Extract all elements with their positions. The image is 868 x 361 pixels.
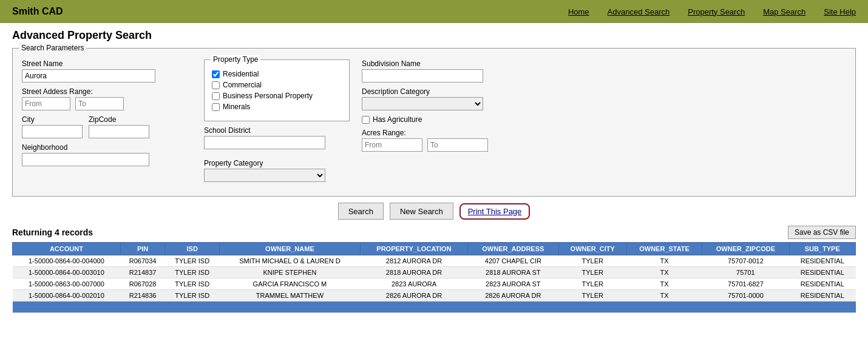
- address-to-input[interactable]: [75, 97, 124, 110]
- business-personal-label: Business Personal Property: [223, 92, 313, 100]
- col-account: ACCOUNT: [13, 243, 121, 255]
- subdivision-name-input[interactable]: [362, 69, 483, 83]
- site-title: Smith CAD: [12, 6, 63, 17]
- results-section: Returning 4 records Save as CSV file ACC…: [12, 226, 856, 313]
- zip-field: ZipCode: [89, 115, 149, 138]
- zip-input[interactable]: [89, 125, 149, 138]
- buttons-row: Search New Search Print This Page: [12, 203, 856, 220]
- table-row-empty: [13, 302, 856, 313]
- has-agriculture-group: Has Agriculture: [362, 115, 846, 124]
- right-col: Subdivision Name Description Category Ha…: [362, 59, 846, 187]
- middle-col: Property Type Residential Commercial: [204, 59, 350, 187]
- acres-range-row: [362, 138, 846, 152]
- main-content: Advanced Property Search Search Paramete…: [0, 23, 868, 319]
- city-input[interactable]: [22, 125, 83, 138]
- address-from-input[interactable]: [22, 97, 70, 110]
- table-header-row: ACCOUNT PIN ISD OWNER_NAME PROPERTY_LOCA…: [13, 243, 856, 255]
- business-personal-checkbox[interactable]: [212, 92, 220, 100]
- search-params-legend: Search Parameters: [19, 44, 86, 52]
- table-row[interactable]: 1-50000-0863-00-007000R067028TYLER ISDGA…: [13, 278, 856, 290]
- site-help-link[interactable]: Site Help: [824, 7, 856, 16]
- col-owner-state: OWNER_STATE: [626, 243, 702, 255]
- residential-label: Residential: [223, 70, 259, 78]
- address-range-label: Street Addess Range:: [22, 87, 192, 96]
- has-agriculture-label: Has Agriculture: [373, 115, 422, 124]
- street-name-input[interactable]: [22, 69, 155, 83]
- property-type-legend: Property Type: [211, 55, 260, 64]
- col-owner-zipcode: OWNER_ZIPCODE: [702, 243, 789, 255]
- property-category-label: Property Category: [204, 159, 350, 167]
- col-isd: ISD: [165, 243, 220, 255]
- acres-range-label: Acres Range:: [362, 129, 846, 137]
- subdivision-name-group: Subdivision Name: [362, 59, 846, 83]
- col-owner-name: OWNER_NAME: [219, 243, 360, 255]
- city-zip-row: City ZipCode: [22, 115, 192, 138]
- residential-checkbox[interactable]: [212, 70, 220, 78]
- property-search-link[interactable]: Property Search: [688, 7, 745, 16]
- search-button[interactable]: Search: [338, 203, 384, 220]
- subdivision-name-label: Subdivision Name: [362, 59, 846, 68]
- print-btn-wrapper: Print This Page: [459, 203, 531, 220]
- street-name-group: Street Name: [22, 59, 192, 83]
- table-row[interactable]: 1-50000-0864-00-002010R214836TYLER ISDTR…: [13, 290, 856, 302]
- results-count: Returning 4 records: [12, 228, 93, 237]
- description-category-label: Description Category: [362, 87, 846, 96]
- search-grid: Street Name Street Addess Range: City: [22, 59, 846, 187]
- col-pin: PIN: [120, 243, 165, 255]
- table-row[interactable]: 1-50000-0864-00-004000R067034TYLER ISDSM…: [13, 255, 856, 267]
- col-owner-city: OWNER_CITY: [558, 243, 626, 255]
- new-search-button[interactable]: New Search: [390, 203, 453, 220]
- neighborhood-input[interactable]: [22, 153, 149, 166]
- school-district-input[interactable]: [204, 136, 325, 149]
- col-property-location: PROPERTY_LOCATION: [360, 243, 467, 255]
- acres-range-group: Acres Range:: [362, 129, 846, 152]
- minerals-checkbox-row: Minerals: [212, 103, 342, 111]
- property-category-group: Property Category: [204, 159, 350, 182]
- left-col: Street Name Street Addess Range: City: [22, 59, 192, 187]
- save-csv-button[interactable]: Save as CSV file: [788, 226, 856, 239]
- city-field: City: [22, 115, 83, 138]
- school-district-group: School District: [204, 126, 350, 149]
- description-category-select[interactable]: [362, 97, 483, 110]
- zip-label: ZipCode: [89, 115, 149, 124]
- col-sub-type: SUB_TYPE: [789, 243, 855, 255]
- minerals-checkbox[interactable]: [212, 103, 220, 111]
- city-zip-group: City ZipCode: [22, 115, 192, 138]
- commercial-label: Commercial: [223, 81, 262, 89]
- address-range-row: [22, 97, 192, 110]
- home-link[interactable]: Home: [568, 7, 589, 16]
- results-header: Returning 4 records Save as CSV file: [12, 226, 856, 239]
- page-title: Advanced Property Search: [12, 29, 856, 42]
- property-category-select[interactable]: [204, 169, 325, 182]
- main-nav: Home Advanced Search Property Search Map…: [568, 7, 856, 16]
- description-category-group: Description Category: [362, 87, 846, 110]
- results-table: ACCOUNT PIN ISD OWNER_NAME PROPERTY_LOCA…: [12, 242, 856, 313]
- advanced-search-link[interactable]: Advanced Search: [608, 7, 670, 16]
- print-button[interactable]: Print This Page: [463, 206, 527, 217]
- street-name-label: Street Name: [22, 59, 192, 68]
- col-owner-address: OWNER_ADDRESS: [468, 243, 559, 255]
- map-search-link[interactable]: Map Search: [763, 7, 805, 16]
- minerals-label: Minerals: [223, 103, 250, 111]
- commercial-checkbox-row: Commercial: [212, 81, 342, 89]
- commercial-checkbox[interactable]: [212, 81, 220, 89]
- search-params-box: Search Parameters Street Name Street Add…: [12, 48, 856, 197]
- acres-from-input[interactable]: [362, 138, 422, 152]
- header: Smith CAD Home Advanced Search Property …: [0, 0, 868, 23]
- acres-to-input[interactable]: [427, 138, 488, 152]
- table-row[interactable]: 1-50000-0864-00-003010R214837TYLER ISDKN…: [13, 267, 856, 278]
- city-label: City: [22, 115, 83, 124]
- neighborhood-group: Neighborhood: [22, 143, 192, 166]
- business-personal-checkbox-row: Business Personal Property: [212, 92, 342, 100]
- neighborhood-label: Neighborhood: [22, 143, 192, 152]
- residential-checkbox-row: Residential: [212, 70, 342, 78]
- school-district-label: School District: [204, 126, 350, 135]
- property-type-box: Property Type Residential Commercial: [204, 59, 350, 121]
- has-agriculture-checkbox[interactable]: [362, 116, 370, 124]
- address-range-group: Street Addess Range:: [22, 87, 192, 110]
